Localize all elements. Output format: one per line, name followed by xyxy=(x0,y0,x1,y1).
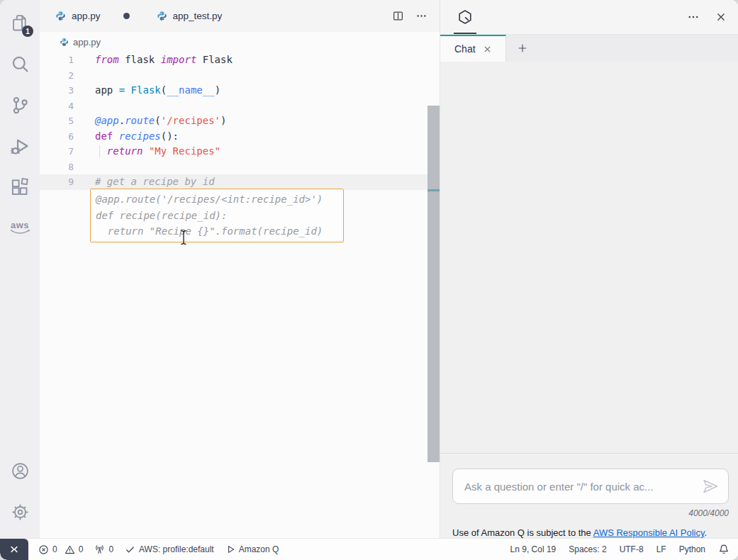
indentation[interactable]: Spaces: 2 xyxy=(569,544,606,554)
editor-scrollbar[interactable] xyxy=(427,106,440,462)
account-icon[interactable] xyxy=(3,450,37,491)
split-editor-icon[interactable] xyxy=(392,10,404,22)
active-panel-indicator xyxy=(454,33,476,34)
code-line[interactable]: 7 return "My Recipes" xyxy=(40,144,440,159)
code-lines: 1from flask import Flask23app = Flask(__… xyxy=(40,52,440,190)
amazon-q-label: Amazon Q xyxy=(239,544,279,554)
source-control-icon[interactable] xyxy=(3,84,37,125)
code-text: from flask import Flask xyxy=(95,52,233,68)
line-number[interactable]: 7 xyxy=(40,144,74,159)
ghost-suggestion-line: @app.route('/recipes/<int:recipe_id>') xyxy=(96,191,343,208)
search-icon[interactable] xyxy=(3,43,37,84)
tab-app-test-py[interactable]: app_test.py xyxy=(141,0,234,32)
python-file-icon xyxy=(60,38,69,47)
line-number[interactable]: 1 xyxy=(40,52,74,68)
responsible-ai-policy-link[interactable]: AWS Responsible AI Policy xyxy=(593,527,705,538)
panel-title-bar xyxy=(440,0,738,35)
editor-group: app.py app_test.py xyxy=(40,0,440,538)
breadcrumb[interactable]: app.py xyxy=(40,32,440,52)
chat-tab-bar: Chat xyxy=(440,35,738,62)
ghost-suggestion-line: return "Recipe {}".format(recipe_id) xyxy=(96,223,343,240)
panel-close-icon[interactable] xyxy=(715,11,727,23)
indent-guide xyxy=(99,145,100,158)
editor-tab-bar: app.py app_test.py xyxy=(40,0,440,32)
line-number[interactable]: 2 xyxy=(40,68,74,84)
ports-count: 0 xyxy=(108,544,113,554)
code-line[interactable]: 3app = Flask(__name__) xyxy=(40,83,440,99)
modified-dot[interactable] xyxy=(123,13,130,19)
extensions-icon[interactable] xyxy=(3,167,37,208)
play-icon xyxy=(225,544,235,554)
code-line[interactable]: 5@app.route('/recipes') xyxy=(40,113,440,129)
amazon-q-panel: Chat xyxy=(440,0,738,538)
tab-app-py[interactable]: app.py xyxy=(40,0,141,32)
problems-status[interactable]: 0 0 xyxy=(38,544,83,555)
encoding[interactable]: UTF-8 xyxy=(620,544,644,554)
footer-text: Use of Amazon Q is subject to the xyxy=(452,527,593,538)
chat-message-area xyxy=(440,62,738,453)
explorer-icon[interactable]: 1 xyxy=(3,2,37,43)
explorer-badge: 1 xyxy=(22,26,33,37)
radio-tower-icon xyxy=(94,544,105,555)
status-bar-right: Ln 9, Col 19 Spaces: 2 UTF-8 LF Python xyxy=(510,544,738,555)
run-and-debug-icon[interactable] xyxy=(3,125,37,167)
language-mode[interactable]: Python xyxy=(679,544,705,554)
tab-label: app_test.py xyxy=(173,11,223,21)
footer-period: . xyxy=(705,527,708,538)
code-text: return "My Recipes" xyxy=(95,144,220,159)
amazon-q-icon-tab[interactable] xyxy=(453,0,477,34)
send-icon[interactable] xyxy=(702,478,719,494)
chat-input-area xyxy=(440,454,738,504)
code-line[interactable]: 4 xyxy=(40,99,440,114)
eol[interactable]: LF xyxy=(656,544,666,554)
panel-more-actions-icon[interactable] xyxy=(687,11,700,23)
code-line[interactable]: 1from flask import Flask xyxy=(40,52,440,68)
line-number[interactable]: 9 xyxy=(40,174,74,190)
chat-input[interactable] xyxy=(452,469,729,504)
code-line[interactable]: 6def recipes(): xyxy=(40,129,440,145)
code-text: def recipes(): xyxy=(95,129,179,145)
chat-body: 4000/4000 Use of Amazon Q is subject to … xyxy=(440,62,738,538)
new-chat-tab-button[interactable] xyxy=(506,35,539,62)
python-file-icon xyxy=(55,11,66,21)
editor-actions xyxy=(392,0,440,32)
code-line[interactable]: 8 xyxy=(40,159,440,175)
amazon-q-status[interactable]: Amazon Q xyxy=(225,544,279,554)
chat-tab-label: Chat xyxy=(454,43,476,55)
aws-profile-status[interactable]: AWS: profile:default xyxy=(125,544,214,555)
status-bar-left: 0 0 0 AWS: profile:default xyxy=(38,544,279,555)
line-number[interactable]: 8 xyxy=(40,159,74,175)
notifications-bell-icon[interactable] xyxy=(718,544,729,555)
aws-toolkit-icon[interactable]: aws xyxy=(3,208,37,249)
line-number[interactable]: 3 xyxy=(40,83,74,99)
line-number[interactable]: 5 xyxy=(40,113,74,129)
inline-suggestion-box: @app.route('/recipes/<int:recipe_id>')de… xyxy=(90,189,344,242)
more-actions-icon[interactable] xyxy=(415,10,427,22)
code-line[interactable]: 2 xyxy=(40,68,440,84)
breadcrumb-file: app.py xyxy=(73,37,101,47)
activity-bar: 1 xyxy=(0,0,40,538)
warning-count: 0 xyxy=(79,544,84,554)
error-icon xyxy=(38,544,49,555)
amazon-q-hexagon-icon xyxy=(457,9,474,26)
remote-window-icon xyxy=(9,544,20,555)
workbench: 1 xyxy=(0,0,738,538)
mouse-ibeam-cursor xyxy=(179,230,188,245)
panel-actions xyxy=(687,0,727,34)
line-number[interactable]: 6 xyxy=(40,129,74,145)
ports-status[interactable]: 0 xyxy=(94,544,113,555)
code-line[interactable]: 9# get a recipe by id xyxy=(40,174,440,190)
code-text: app = Flask(__name__) xyxy=(95,83,220,99)
warning-icon xyxy=(65,544,75,555)
plus-icon xyxy=(518,43,527,53)
error-count: 0 xyxy=(52,544,57,554)
settings-gear-icon[interactable] xyxy=(3,491,37,532)
aws-profile-label: AWS: profile:default xyxy=(139,544,214,554)
chat-tab[interactable]: Chat xyxy=(440,35,506,62)
code-editor[interactable]: 1from flask import Flask23app = Flask(__… xyxy=(40,52,440,538)
line-number[interactable]: 4 xyxy=(40,99,74,114)
chat-tab-close-icon[interactable] xyxy=(483,45,491,53)
cursor-position[interactable]: Ln 9, Col 19 xyxy=(510,544,557,554)
remote-window-button[interactable] xyxy=(0,539,28,560)
char-counter: 4000/4000 xyxy=(440,504,738,518)
